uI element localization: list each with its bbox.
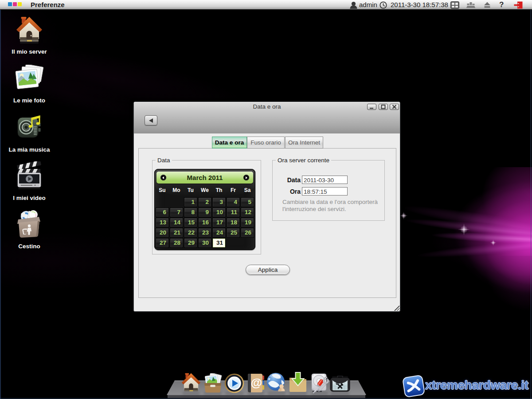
- svg-text:@: @: [251, 376, 262, 389]
